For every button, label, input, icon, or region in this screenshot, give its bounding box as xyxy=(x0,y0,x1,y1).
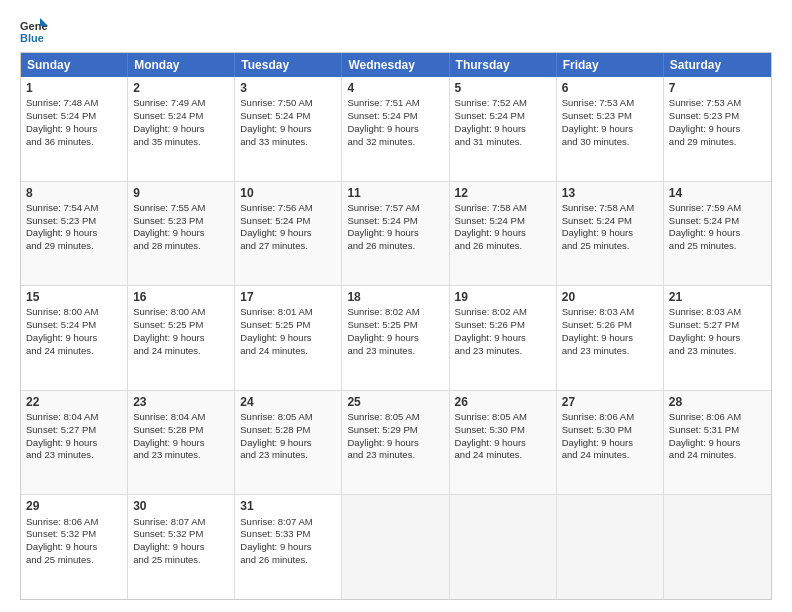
day-info: Sunrise: 7:56 AM xyxy=(240,202,336,215)
calendar-cell: 16Sunrise: 8:00 AMSunset: 5:25 PMDayligh… xyxy=(128,286,235,390)
day-info: Daylight: 9 hours xyxy=(26,227,122,240)
calendar-cell xyxy=(450,495,557,599)
day-info: Daylight: 9 hours xyxy=(240,227,336,240)
day-info: Sunset: 5:24 PM xyxy=(26,110,122,123)
day-info: and 33 minutes. xyxy=(240,136,336,149)
day-info: Sunset: 5:24 PM xyxy=(347,215,443,228)
day-info: Sunrise: 8:05 AM xyxy=(455,411,551,424)
calendar-cell: 31Sunrise: 8:07 AMSunset: 5:33 PMDayligh… xyxy=(235,495,342,599)
day-number: 29 xyxy=(26,498,122,514)
day-info: and 24 minutes. xyxy=(669,449,766,462)
day-info: and 23 minutes. xyxy=(133,449,229,462)
day-number: 19 xyxy=(455,289,551,305)
day-info: Sunrise: 7:48 AM xyxy=(26,97,122,110)
day-info: Daylight: 9 hours xyxy=(240,437,336,450)
day-info: Daylight: 9 hours xyxy=(133,332,229,345)
day-info: Daylight: 9 hours xyxy=(562,227,658,240)
day-info: Sunset: 5:26 PM xyxy=(455,319,551,332)
day-info: Sunrise: 8:01 AM xyxy=(240,306,336,319)
day-info: Sunset: 5:32 PM xyxy=(26,528,122,541)
day-info: Sunset: 5:33 PM xyxy=(240,528,336,541)
day-info: Sunrise: 8:06 AM xyxy=(669,411,766,424)
day-info: Sunrise: 7:53 AM xyxy=(562,97,658,110)
day-info: Daylight: 9 hours xyxy=(562,332,658,345)
day-info: and 25 minutes. xyxy=(26,554,122,567)
day-info: Daylight: 9 hours xyxy=(669,227,766,240)
day-number: 31 xyxy=(240,498,336,514)
header: General Blue xyxy=(20,16,772,44)
day-info: and 26 minutes. xyxy=(347,240,443,253)
calendar-cell: 19Sunrise: 8:02 AMSunset: 5:26 PMDayligh… xyxy=(450,286,557,390)
calendar-week-3: 15Sunrise: 8:00 AMSunset: 5:24 PMDayligh… xyxy=(21,286,771,391)
calendar-week-2: 8Sunrise: 7:54 AMSunset: 5:23 PMDaylight… xyxy=(21,182,771,287)
day-number: 27 xyxy=(562,394,658,410)
day-info: Daylight: 9 hours xyxy=(455,332,551,345)
day-info: Daylight: 9 hours xyxy=(562,123,658,136)
day-info: Sunrise: 8:07 AM xyxy=(240,516,336,529)
calendar-cell: 18Sunrise: 8:02 AMSunset: 5:25 PMDayligh… xyxy=(342,286,449,390)
day-info: and 24 minutes. xyxy=(240,345,336,358)
day-info: Sunset: 5:25 PM xyxy=(240,319,336,332)
day-info: Daylight: 9 hours xyxy=(133,541,229,554)
day-number: 21 xyxy=(669,289,766,305)
day-info: Sunset: 5:28 PM xyxy=(133,424,229,437)
day-info: Sunrise: 7:52 AM xyxy=(455,97,551,110)
day-info: Sunset: 5:29 PM xyxy=(347,424,443,437)
day-number: 28 xyxy=(669,394,766,410)
day-info: Daylight: 9 hours xyxy=(240,123,336,136)
day-info: and 29 minutes. xyxy=(669,136,766,149)
day-info: Sunset: 5:31 PM xyxy=(669,424,766,437)
day-info: and 23 minutes. xyxy=(347,449,443,462)
day-number: 15 xyxy=(26,289,122,305)
day-info: Sunset: 5:25 PM xyxy=(133,319,229,332)
day-info: Daylight: 9 hours xyxy=(455,437,551,450)
day-info: Sunrise: 8:02 AM xyxy=(347,306,443,319)
day-number: 1 xyxy=(26,80,122,96)
calendar-cell: 3Sunrise: 7:50 AMSunset: 5:24 PMDaylight… xyxy=(235,77,342,181)
day-info: and 24 minutes. xyxy=(133,345,229,358)
day-info: and 23 minutes. xyxy=(455,345,551,358)
day-info: Sunset: 5:27 PM xyxy=(26,424,122,437)
calendar-body: 1Sunrise: 7:48 AMSunset: 5:24 PMDaylight… xyxy=(21,77,771,599)
calendar-cell xyxy=(664,495,771,599)
day-info: Sunset: 5:23 PM xyxy=(133,215,229,228)
day-info: Sunset: 5:25 PM xyxy=(347,319,443,332)
day-number: 9 xyxy=(133,185,229,201)
calendar-cell xyxy=(342,495,449,599)
day-header-friday: Friday xyxy=(557,53,664,77)
day-info: Daylight: 9 hours xyxy=(26,437,122,450)
day-info: and 25 minutes. xyxy=(133,554,229,567)
day-info: Sunset: 5:32 PM xyxy=(133,528,229,541)
day-number: 6 xyxy=(562,80,658,96)
calendar-cell: 25Sunrise: 8:05 AMSunset: 5:29 PMDayligh… xyxy=(342,391,449,495)
calendar-cell: 10Sunrise: 7:56 AMSunset: 5:24 PMDayligh… xyxy=(235,182,342,286)
calendar-week-1: 1Sunrise: 7:48 AMSunset: 5:24 PMDaylight… xyxy=(21,77,771,182)
calendar-cell: 9Sunrise: 7:55 AMSunset: 5:23 PMDaylight… xyxy=(128,182,235,286)
svg-text:Blue: Blue xyxy=(20,32,44,44)
day-number: 22 xyxy=(26,394,122,410)
day-info: Daylight: 9 hours xyxy=(455,227,551,240)
day-info: and 30 minutes. xyxy=(562,136,658,149)
day-info: and 23 minutes. xyxy=(347,345,443,358)
calendar-week-5: 29Sunrise: 8:06 AMSunset: 5:32 PMDayligh… xyxy=(21,495,771,599)
day-header-saturday: Saturday xyxy=(664,53,771,77)
calendar-cell: 6Sunrise: 7:53 AMSunset: 5:23 PMDaylight… xyxy=(557,77,664,181)
day-info: Daylight: 9 hours xyxy=(26,123,122,136)
day-info: and 27 minutes. xyxy=(240,240,336,253)
calendar-cell: 14Sunrise: 7:59 AMSunset: 5:24 PMDayligh… xyxy=(664,182,771,286)
day-info: and 28 minutes. xyxy=(133,240,229,253)
day-header-thursday: Thursday xyxy=(450,53,557,77)
day-number: 14 xyxy=(669,185,766,201)
calendar-cell: 2Sunrise: 7:49 AMSunset: 5:24 PMDaylight… xyxy=(128,77,235,181)
calendar-cell: 4Sunrise: 7:51 AMSunset: 5:24 PMDaylight… xyxy=(342,77,449,181)
day-info: and 35 minutes. xyxy=(133,136,229,149)
calendar-cell: 21Sunrise: 8:03 AMSunset: 5:27 PMDayligh… xyxy=(664,286,771,390)
day-info: Sunrise: 7:50 AM xyxy=(240,97,336,110)
calendar-header: SundayMondayTuesdayWednesdayThursdayFrid… xyxy=(21,53,771,77)
day-info: Daylight: 9 hours xyxy=(669,123,766,136)
calendar-cell: 30Sunrise: 8:07 AMSunset: 5:32 PMDayligh… xyxy=(128,495,235,599)
day-info: Daylight: 9 hours xyxy=(240,332,336,345)
logo-icon: General Blue xyxy=(20,16,48,44)
day-info: Daylight: 9 hours xyxy=(347,123,443,136)
day-info: Sunset: 5:24 PM xyxy=(455,110,551,123)
